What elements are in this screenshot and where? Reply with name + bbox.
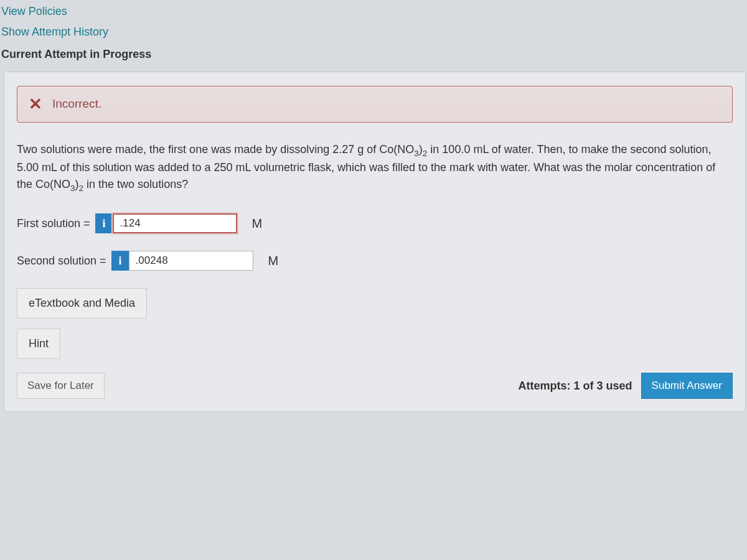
- question-part: Two solutions were made, the first one w…: [17, 143, 414, 156]
- info-icon[interactable]: i: [111, 251, 129, 271]
- first-solution-row: First solution = i M: [17, 213, 733, 233]
- footer-row: Save for Later Attempts: 1 of 3 used Sub…: [17, 373, 733, 399]
- attempts-text: Attempts: 1 of 3 used: [519, 378, 632, 394]
- question-part: in the two solutions?: [83, 178, 188, 190]
- question-sub: 2: [79, 184, 84, 193]
- second-solution-row: Second solution = i M: [17, 251, 733, 271]
- second-solution-label: Second solution =: [17, 253, 106, 269]
- hint-button[interactable]: Hint: [17, 329, 60, 359]
- submit-answer-button[interactable]: Submit Answer: [641, 373, 733, 399]
- info-icon[interactable]: i: [95, 213, 113, 233]
- feedback-incorrect-bar: ✕ Incorrect.: [17, 86, 733, 123]
- first-solution-unit: M: [252, 214, 263, 233]
- first-solution-input[interactable]: [113, 213, 237, 233]
- second-solution-input[interactable]: [129, 251, 253, 271]
- etextbook-media-button[interactable]: eTextbook and Media: [17, 288, 147, 319]
- question-sub: 3: [70, 184, 75, 193]
- question-sub: 3: [414, 148, 419, 157]
- question-text: Two solutions were made, the first one w…: [17, 141, 733, 195]
- current-attempt-label: Current Attempt in Progress: [0, 42, 747, 72]
- incorrect-x-icon: ✕: [29, 96, 42, 112]
- first-solution-label: First solution =: [17, 215, 90, 232]
- save-for-later-button[interactable]: Save for Later: [17, 373, 105, 399]
- show-attempt-history-link[interactable]: Show Attempt History: [1, 22, 747, 42]
- view-policies-link[interactable]: View Policies: [1, 1, 747, 22]
- feedback-text: Incorrect.: [52, 95, 101, 113]
- second-solution-unit: M: [268, 251, 279, 270]
- question-container: ✕ Incorrect. Two solutions were made, th…: [4, 72, 746, 412]
